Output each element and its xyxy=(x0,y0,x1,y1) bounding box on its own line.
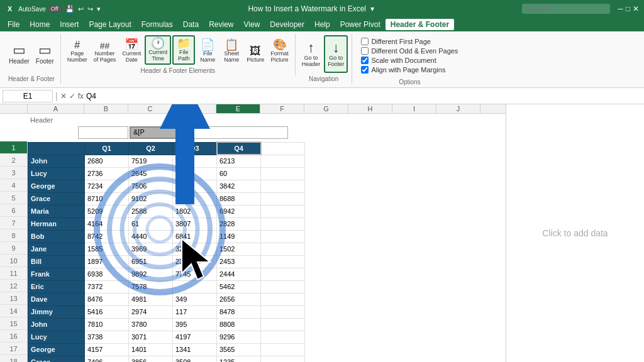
header-inputs: &[P xyxy=(78,126,288,139)
file-path-button[interactable]: 📁 FilePath xyxy=(172,35,195,65)
row-number-9[interactable]: 9 xyxy=(0,242,27,255)
cell-B1[interactable]: Q1 xyxy=(85,142,129,155)
right-panel[interactable]: Click to add data xyxy=(506,104,644,362)
header-left-box[interactable] xyxy=(78,126,128,139)
current-date-button[interactable]: 📅 CurrentDate xyxy=(119,38,143,65)
row-number-6[interactable]: 6 xyxy=(0,204,27,217)
row-number-17[interactable]: 17 xyxy=(0,343,27,355)
number-of-pages-button[interactable]: ## Numberof Pages xyxy=(91,40,119,65)
menu-insert[interactable]: Insert xyxy=(55,19,84,30)
go-to-footer-button[interactable]: ↓ Go toFooter xyxy=(324,35,348,73)
file-name-button[interactable]: 📄 FileName xyxy=(196,38,219,65)
menu-power-pivot[interactable]: Power Pivot xyxy=(335,19,386,30)
row-number-13[interactable]: 13 xyxy=(0,292,27,305)
save-icon[interactable]: 💾 xyxy=(65,5,74,13)
redo-icon[interactable]: ↪ xyxy=(87,5,93,13)
menu-header-footer[interactable]: Header & Footer xyxy=(386,19,454,30)
number-of-pages-icon: ## xyxy=(100,41,110,50)
undo-icon[interactable]: ↩ xyxy=(78,5,84,13)
title-bar: X AutoSave Off 💾 ↩ ↪ ▾ How to Insert a W… xyxy=(0,0,644,18)
sheet-wrapper: A B C D E F G H I J Header & xyxy=(0,104,506,362)
header-input-area: &[P xyxy=(0,126,506,141)
menu-formulas[interactable]: Formulas xyxy=(136,19,178,30)
current-time-button[interactable]: 🕐 CurrentTime xyxy=(145,35,171,65)
page-number-button[interactable]: # PageNumber xyxy=(65,39,90,65)
row-number-5[interactable]: 5 xyxy=(0,192,27,204)
name-box[interactable] xyxy=(3,90,53,102)
table-row: George7234750698673842 xyxy=(28,180,305,192)
title-bar-right: ─ □ ✕ xyxy=(522,4,639,14)
spreadsheet-container: A B C D E F G H I J Header & xyxy=(0,104,644,362)
col-header-D[interactable]: D xyxy=(172,104,216,113)
table-row: Dave847649813492656 xyxy=(28,293,305,305)
col-header-C[interactable]: C xyxy=(128,104,172,113)
insert-function-icon[interactable]: fx xyxy=(78,92,84,101)
row-number-16[interactable]: 16 xyxy=(0,330,27,343)
menu-page-layout[interactable]: Page Layout xyxy=(84,19,136,30)
minimize-icon[interactable]: ─ xyxy=(618,4,623,13)
diff-odd-checkbox[interactable] xyxy=(361,47,369,55)
cancel-formula-icon[interactable]: ✕ xyxy=(60,92,67,101)
row-number-15[interactable]: 15 xyxy=(0,317,27,330)
col-header-A[interactable]: A xyxy=(28,104,84,113)
menu-help[interactable]: Help xyxy=(309,19,335,30)
col-header-I[interactable]: I xyxy=(392,104,436,113)
row-number-7[interactable]: 7 xyxy=(0,217,27,229)
align-margins-checkbox[interactable] xyxy=(361,66,369,74)
row-number-3[interactable]: 3 xyxy=(0,167,27,179)
go-to-header-button[interactable]: ↑ Go toHeader xyxy=(299,35,323,73)
close-icon[interactable]: ✕ xyxy=(633,4,639,13)
menu-view[interactable]: View xyxy=(239,19,265,30)
diff-first-checkbox[interactable] xyxy=(361,38,369,45)
go-to-header-icon: ↑ xyxy=(308,41,314,55)
col-header-G[interactable]: G xyxy=(304,104,348,113)
cell-F1[interactable] xyxy=(261,142,305,155)
col-header-F[interactable]: F xyxy=(260,104,304,113)
ruler-corner xyxy=(0,104,28,113)
picture-button[interactable]: 🖼 Picture xyxy=(244,44,267,65)
menu-review[interactable]: Review xyxy=(204,19,238,30)
confirm-formula-icon[interactable]: ✓ xyxy=(69,92,75,101)
scale-doc-checkbox[interactable] xyxy=(361,57,369,64)
maximize-icon[interactable]: □ xyxy=(626,4,630,13)
header-right-box[interactable] xyxy=(181,126,288,139)
search-input[interactable] xyxy=(522,4,610,14)
sheet-name-icon: 📋 xyxy=(225,39,238,50)
menu-file[interactable]: File xyxy=(3,19,25,30)
header-path-box[interactable]: &[P xyxy=(130,126,180,139)
menu-data[interactable]: Data xyxy=(178,19,204,30)
menu-home[interactable]: Home xyxy=(25,19,55,30)
col-header-H[interactable]: H xyxy=(348,104,392,113)
cell-C1[interactable]: Q2 xyxy=(129,142,173,155)
row-number-1[interactable]: 1 xyxy=(0,141,27,154)
col-header-J[interactable]: J xyxy=(436,104,480,113)
customize-icon[interactable]: ▾ xyxy=(97,5,101,13)
row-number-2[interactable]: 2 xyxy=(0,154,27,167)
autosave-toggle[interactable]: AutoSave Off xyxy=(18,5,61,13)
format-picture-button[interactable]: 🎨 FormatPicture xyxy=(268,38,291,65)
row-number-4[interactable]: 4 xyxy=(0,179,27,192)
row-number-12[interactable]: 12 xyxy=(0,280,27,292)
ribbon-group-label-hf: Header & Footer xyxy=(8,75,55,82)
menu-developer[interactable]: Developer xyxy=(265,19,309,30)
formula-input[interactable] xyxy=(86,92,641,101)
ribbon-group-label-elements: Header & Footer Elements xyxy=(141,67,215,74)
table-row: Grace7496385635081235 xyxy=(28,356,305,362)
ribbon-group-navigation: ↑ Go toHeader ↓ Go toFooter Navigation xyxy=(296,34,353,84)
autosave-state: Off xyxy=(48,5,62,13)
row-number-8[interactable]: 8 xyxy=(0,229,27,242)
cell-D1[interactable]: Q3 xyxy=(173,142,217,155)
row-number-18[interactable]: 18 xyxy=(0,355,27,362)
sheet-name-button[interactable]: 📋 SheetName xyxy=(220,38,243,65)
row-number-11[interactable]: 11 xyxy=(0,267,27,280)
header-spacer xyxy=(0,115,28,125)
footer-button[interactable]: ▭ Footer xyxy=(33,35,57,73)
row-number-14[interactable]: 14 xyxy=(0,305,27,317)
row-number-10[interactable]: 10 xyxy=(0,255,27,267)
col-header-E[interactable]: E xyxy=(216,104,260,113)
formula-icons: ✕ ✓ fx xyxy=(60,92,84,101)
cell-E1[interactable]: Q4 xyxy=(217,142,261,155)
cell-A1[interactable] xyxy=(28,142,85,155)
col-header-B[interactable]: B xyxy=(84,104,128,113)
header-button[interactable]: ▭ Header xyxy=(6,35,32,73)
